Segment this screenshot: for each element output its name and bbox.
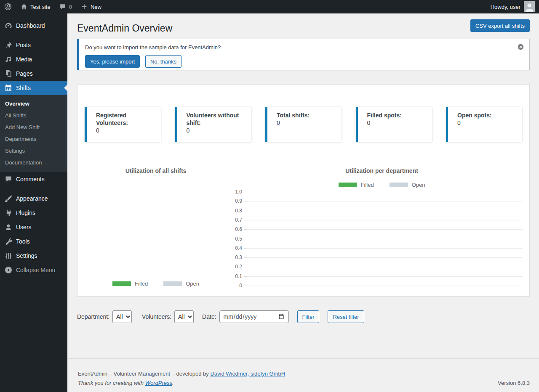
stat-card-title: Open spots: — [457, 111, 518, 119]
pie-chart-legend: Filled Open — [77, 281, 234, 287]
stat-card-title: Registered Volunteers: — [96, 111, 157, 127]
dismiss-notice-icon[interactable] — [517, 43, 524, 50]
collapse-arrow-icon — [4, 266, 13, 274]
sidebar-label: Shifts — [16, 85, 31, 91]
legend-open-swatch — [390, 183, 408, 187]
sidebar-item-collapse-menu[interactable]: Collapse Menu — [0, 263, 67, 277]
filter-button[interactable]: Filter — [297, 310, 320, 323]
csv-export-button[interactable]: CSV export all shifts — [470, 19, 530, 32]
sidebar-item-appearance[interactable]: Appearance — [0, 191, 67, 206]
reset-filter-button[interactable]: Reset filter — [328, 310, 364, 323]
sidebar-item-dashboard[interactable]: Dashboard — [0, 19, 67, 33]
gridline — [247, 220, 523, 220]
wordpress-link[interactable]: WordPress — [145, 380, 172, 386]
wordpress-logo-menu[interactable] — [0, 0, 16, 13]
dashboard-icon — [4, 21, 13, 30]
plus-icon — [80, 3, 88, 11]
sidebar-item-plugins[interactable]: Plugins — [0, 206, 67, 220]
y-tick-label: 0.4 — [235, 245, 242, 251]
legend-filled-swatch — [339, 183, 357, 187]
y-tick-label: 0 — [239, 283, 242, 289]
stats-cards-row: Registered Volunteers: 0 Volunteers with… — [85, 107, 522, 142]
import-notice-message: Do you want to import the sample data fo… — [85, 44, 523, 51]
sidebar-item-tools[interactable]: Tools — [0, 234, 67, 249]
admin-bar-site-name[interactable]: Test site — [16, 0, 55, 13]
sidebar-item-pages[interactable]: Pages — [0, 66, 67, 81]
import-yes-button[interactable]: Yes, please import — [85, 55, 140, 68]
gridline — [247, 257, 523, 258]
admin-bar-new[interactable]: New — [76, 0, 106, 13]
sidebar-item-comments[interactable]: Comments — [0, 172, 67, 186]
sidebar-label: Collapse Menu — [16, 267, 55, 273]
howdy-greeting: Howdy, user — [491, 4, 520, 10]
stat-card-title: Volunteers without shift: — [187, 111, 247, 127]
admin-footer: EventAdmin – Volunteer Management – deve… — [67, 358, 539, 386]
sidebar-item-users[interactable]: Users — [0, 220, 67, 234]
volunteers-select[interactable]: All — [174, 310, 194, 323]
pin-icon — [4, 41, 13, 49]
sidebar-label: Media — [16, 56, 32, 63]
volunteers-label: Volunteers: — [142, 313, 171, 320]
sidebar-item-settings[interactable]: Settings — [0, 249, 67, 263]
legend-open-swatch — [163, 281, 182, 286]
y-tick-label: 0.3 — [235, 254, 242, 260]
stat-card-title: Total shifts: — [277, 111, 337, 119]
sliders-icon — [4, 252, 13, 260]
submenu-item-documentation[interactable]: Documentation — [0, 157, 67, 169]
sidebar-item-posts[interactable]: Posts — [0, 38, 67, 52]
date-input[interactable] — [219, 310, 289, 323]
site-name-label: Test site — [30, 4, 51, 10]
gridline — [247, 248, 523, 249]
filters-bar: Department: All Volunteers: All Date: Fi… — [77, 310, 530, 323]
comment-bubble-icon — [59, 3, 67, 11]
submenu-item-overview[interactable]: Overview — [0, 98, 67, 110]
bar-chart-title: Utilization per department — [234, 167, 529, 174]
admin-bar-comments[interactable]: 0 — [55, 0, 76, 13]
sidebar-label: Comments — [16, 176, 45, 183]
sidebar-item-media[interactable]: Media — [0, 52, 67, 66]
import-no-button[interactable]: No, thanks — [145, 55, 181, 68]
submenu-item-add-new-shift[interactable]: Add New Shift — [0, 122, 67, 133]
bar-chart-plot-area: 1.0 0.9 0.8 0.7 0.6 0.5 0.4 0.3 0.2 0.1 … — [247, 192, 523, 286]
home-icon — [20, 3, 28, 11]
submenu-item-departments[interactable]: Departments — [0, 133, 67, 145]
wordpress-thanks: Thank you for creating with WordPress. — [78, 380, 174, 386]
admin-bar-account-menu[interactable]: Howdy, user — [486, 1, 539, 12]
legend-filled-label: Filled — [135, 281, 148, 287]
pages-icon — [4, 69, 13, 78]
y-tick-label: 1.0 — [235, 189, 242, 195]
stat-card-volunteers-without-shift: Volunteers without shift: 0 — [175, 107, 251, 142]
sidebar-label: Plugins — [16, 209, 35, 216]
sidebar-label: Tools — [16, 238, 30, 245]
y-tick-label: 0.7 — [235, 217, 242, 223]
submenu-item-settings[interactable]: Settings — [0, 145, 67, 157]
stat-card-value: 0 — [367, 119, 428, 127]
bar-chart-legend: Filled Open — [234, 182, 529, 188]
new-label: New — [91, 4, 101, 10]
stat-card-value: 0 — [96, 127, 157, 134]
comments-count: 0 — [69, 4, 72, 10]
version-label: Version 6.8.3 — [498, 380, 530, 386]
department-select[interactable]: All — [112, 310, 132, 323]
plugin-credit-text: EventAdmin – Volunteer Management – deve… — [78, 371, 210, 377]
wrench-icon — [4, 237, 13, 246]
sidebar-label: Users — [16, 224, 32, 230]
department-label: Department: — [77, 313, 109, 320]
stat-card-filled-spots: Filled spots: 0 — [356, 107, 432, 142]
gridline — [247, 229, 523, 230]
sidebar-item-shifts[interactable]: Shifts — [0, 81, 67, 95]
y-tick-label: 0.5 — [235, 236, 242, 242]
sidebar-label: Pages — [16, 70, 33, 77]
user-icon — [4, 223, 13, 231]
developer-link[interactable]: David Wiedmer, sidefyn GmbH — [210, 371, 285, 377]
stat-card-value: 0 — [277, 119, 337, 127]
y-tick-label: 0.2 — [235, 264, 242, 270]
sidebar-label: Posts — [16, 42, 31, 48]
admin-bar: Test site 0 New Howdy, user — [0, 0, 539, 13]
sidebar-label: Dashboard — [16, 22, 45, 29]
stat-card-value: 0 — [457, 119, 518, 127]
sidebar-label: Appearance — [16, 195, 48, 202]
media-icon — [4, 55, 13, 64]
gridline — [247, 267, 523, 267]
submenu-item-all-shifts[interactable]: All Shifts — [0, 110, 67, 122]
